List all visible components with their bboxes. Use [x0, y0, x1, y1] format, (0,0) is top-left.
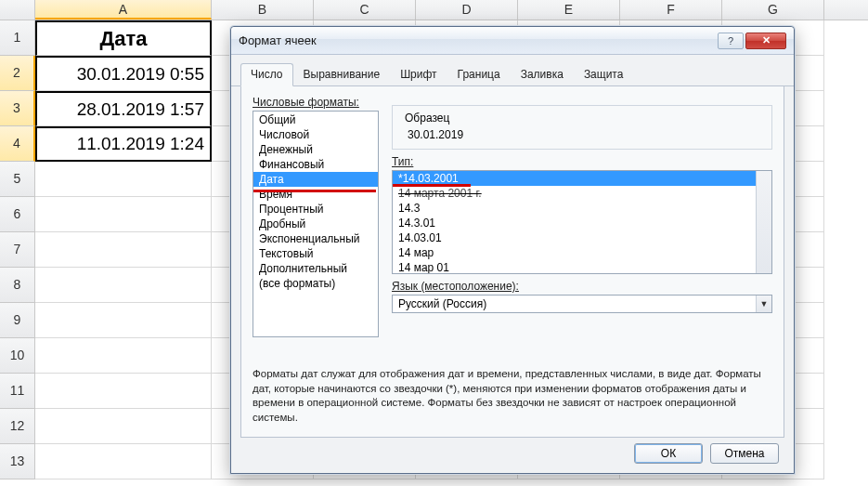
cell[interactable]: [35, 374, 212, 409]
cell[interactable]: [35, 444, 212, 479]
cell[interactable]: [35, 232, 212, 268]
tab-number[interactable]: Число: [240, 63, 293, 86]
category-item[interactable]: Дополнительный: [253, 261, 378, 276]
type-item[interactable]: 14 мар: [393, 245, 771, 260]
categories-label: Числовые форматы:: [253, 96, 379, 109]
category-item[interactable]: Финансовый: [253, 157, 378, 172]
dialog-title: Формат ячеек: [239, 33, 716, 47]
category-item-selected[interactable]: Дата: [253, 172, 378, 187]
category-item[interactable]: Процентный: [253, 202, 378, 217]
dialog-tabs: Число Выравнивание Шрифт Граница Заливка…: [231, 55, 794, 86]
select-all-corner[interactable]: [0, 0, 35, 20]
col-header-C[interactable]: C: [314, 0, 416, 20]
dialog-titlebar[interactable]: Формат ячеек ? ✕: [231, 27, 794, 55]
row-header-13[interactable]: 13: [0, 444, 35, 479]
annotation-red-line: [253, 190, 376, 192]
cell-A1[interactable]: Дата: [35, 20, 212, 56]
type-scrollbar[interactable]: [756, 171, 771, 273]
row-header-4[interactable]: 4: [0, 126, 35, 162]
category-item[interactable]: Экспоненциальный: [253, 231, 378, 246]
cell[interactable]: [35, 409, 212, 444]
cell[interactable]: [35, 338, 212, 374]
cancel-button[interactable]: Отмена: [710, 443, 779, 464]
row-header-12[interactable]: 12: [0, 409, 35, 444]
type-item[interactable]: 14.03.01: [393, 230, 771, 245]
sample-value: 30.01.2019: [400, 128, 764, 141]
col-header-F[interactable]: F: [620, 0, 722, 20]
col-header-B[interactable]: B: [212, 0, 314, 20]
type-item[interactable]: 14.3: [393, 201, 771, 216]
category-list[interactable]: Общий Числовой Денежный Финансовый Дата …: [253, 111, 379, 337]
ok-button[interactable]: ОК: [634, 443, 703, 464]
cell-A4[interactable]: 11.01.2019 1:24: [35, 126, 212, 162]
row-header-7[interactable]: 7: [0, 232, 35, 268]
tab-font[interactable]: Шрифт: [390, 63, 447, 86]
locale-value: Русский (Россия): [398, 297, 486, 310]
dialog-buttons: ОК Отмена: [634, 443, 779, 464]
chevron-down-icon[interactable]: ▼: [756, 296, 771, 312]
category-item[interactable]: Числовой: [253, 127, 378, 142]
cell[interactable]: [35, 197, 212, 232]
tab-alignment[interactable]: Выравнивание: [293, 63, 391, 86]
cell-A3[interactable]: 28.01.2019 1:57: [35, 91, 212, 126]
row-header-8[interactable]: 8: [0, 268, 35, 303]
format-hint: Форматы дат служат для отображения дат и…: [253, 367, 772, 425]
row-header-11[interactable]: 11: [0, 374, 35, 409]
category-item[interactable]: (все форматы): [253, 276, 378, 291]
row-header-2[interactable]: 2: [0, 56, 35, 91]
col-header-E[interactable]: E: [518, 0, 620, 20]
annotation-red-line: [393, 184, 471, 187]
locale-combo[interactable]: Русский (Россия) ▼: [392, 295, 772, 313]
row-header-3[interactable]: 3: [0, 91, 35, 126]
tab-fill[interactable]: Заливка: [511, 63, 574, 86]
cell[interactable]: [35, 303, 212, 338]
close-button[interactable]: ✕: [745, 33, 786, 49]
cell[interactable]: [35, 268, 212, 303]
type-list[interactable]: *14.03.2001 14 марта 2001 г. 14.3 14.3.0…: [392, 170, 772, 274]
type-item[interactable]: 14.3.01: [393, 216, 771, 230]
sample-label: Образец: [402, 112, 452, 125]
tab-protection[interactable]: Защита: [574, 63, 634, 86]
type-item[interactable]: 14 мар 01: [393, 260, 771, 274]
tab-border[interactable]: Граница: [447, 63, 511, 86]
help-button[interactable]: ?: [718, 33, 744, 49]
category-item[interactable]: Дробный: [253, 217, 378, 231]
cell-A2[interactable]: 30.01.2019 0:55: [35, 56, 212, 91]
row-header-6[interactable]: 6: [0, 197, 35, 232]
category-item[interactable]: Текстовый: [253, 246, 378, 261]
type-label: Тип:: [392, 155, 772, 168]
sample-box: Образец 30.01.2019: [392, 105, 772, 150]
row-header-5[interactable]: 5: [0, 162, 35, 197]
column-headers: A B C D E F G: [0, 0, 868, 20]
col-header-D[interactable]: D: [416, 0, 518, 20]
tab-number-pane: Числовые форматы: Общий Числовой Денежны…: [240, 86, 784, 438]
col-header-G[interactable]: G: [722, 0, 824, 20]
locale-label: Язык (местоположение):: [392, 280, 772, 293]
format-cells-dialog: Формат ячеек ? ✕ Число Выравнивание Шриф…: [230, 26, 795, 474]
row-header-9[interactable]: 9: [0, 303, 35, 338]
row-header-1[interactable]: 1: [0, 20, 35, 56]
category-item[interactable]: Денежный: [253, 142, 378, 157]
col-header-A[interactable]: A: [35, 0, 212, 20]
category-item[interactable]: Общий: [253, 112, 378, 127]
row-header-10[interactable]: 10: [0, 338, 35, 374]
cell[interactable]: [35, 162, 212, 197]
type-item[interactable]: 14 марта 2001 г.: [393, 186, 771, 201]
close-icon: ✕: [762, 34, 771, 46]
